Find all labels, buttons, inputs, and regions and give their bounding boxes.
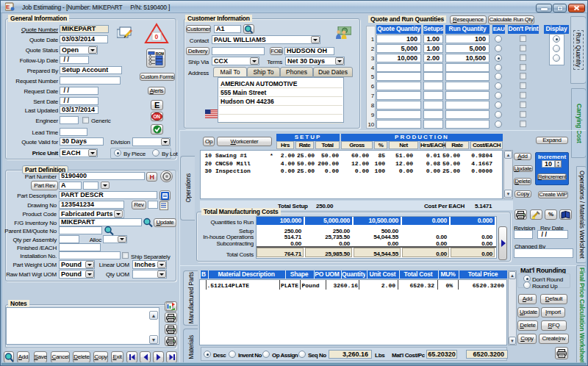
svg-text:BOM: BOM: [156, 51, 165, 56]
svg-text:ON: ON: [154, 114, 161, 119]
svg-text:E: E: [6, 4, 10, 10]
